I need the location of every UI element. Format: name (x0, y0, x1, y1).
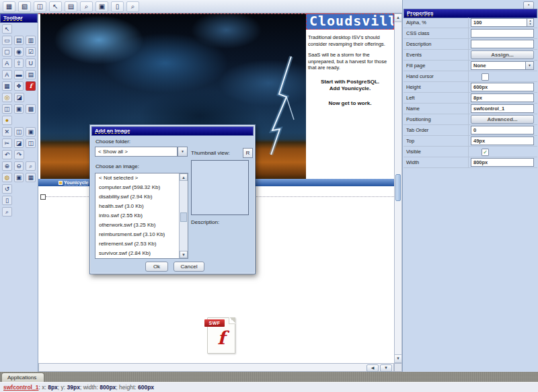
prop-input-left[interactable]: 8px (471, 93, 534, 102)
image-tool-icon[interactable]: ▧ (18, 1, 31, 12)
image-list-item[interactable]: otherwork.swf (3.25 Kb) (95, 221, 188, 230)
image-list-item[interactable]: computer.swf (598.32 Kb) (95, 183, 188, 192)
prop-input-css_class[interactable] (471, 29, 534, 38)
tool-save-layer-icon[interactable]: ▣ (14, 104, 24, 114)
tool-ring-icon[interactable]: ◎ (2, 93, 12, 102)
tool-button-icon[interactable]: ▢ (2, 47, 12, 56)
pointer-page-tool-icon[interactable]: ↖ (49, 1, 62, 12)
tool-magnifier-icon[interactable]: ⌕ (2, 207, 12, 217)
tool-static-text-icon[interactable]: A (2, 70, 12, 79)
vertical-scrollbar[interactable]: ▲ ▼ (394, 13, 402, 363)
tool-copy-page-icon[interactable]: ◪ (14, 139, 24, 148)
tool-save-small-icon[interactable]: ▣ (14, 173, 24, 182)
prop-input-tab_order[interactable]: 0 (471, 126, 534, 134)
list-scroll-down-icon[interactable]: ▼ (180, 251, 188, 258)
tool-copy-icon[interactable]: ◫ (14, 127, 24, 136)
prop-checkbox-hand_cursor[interactable] (482, 73, 489, 81)
stepper-icon[interactable]: ▲▼ (527, 19, 533, 26)
tool-flash-icon[interactable]: f (26, 81, 36, 91)
properties-titlebar[interactable]: Properties (404, 9, 537, 18)
stepper-down-icon[interactable]: ▼ (527, 22, 533, 26)
tool-memo-field-icon[interactable]: ▤ (14, 36, 24, 45)
status-control-link[interactable]: swfcontrol_1 (3, 384, 38, 391)
applications-tab[interactable]: Applications (1, 373, 44, 382)
tool-revert-icon[interactable]: ↺ (2, 184, 12, 194)
tool-textfield-icon[interactable]: ▭ (2, 36, 12, 45)
tool-zoom-icon[interactable]: ⌕ (26, 161, 36, 171)
image-list-item[interactable]: health.swf (3.0 Kb) (95, 202, 188, 211)
tool-grid-icon[interactable]: ▩ (26, 104, 36, 114)
tool-checkbox-icon[interactable]: ☑ (26, 47, 36, 56)
refresh-button[interactable]: R (243, 148, 253, 158)
prop-input-top[interactable]: 49px (471, 136, 534, 145)
prop-button-events[interactable]: Assign... (471, 50, 534, 59)
tool-paste-page-icon[interactable]: ◫ (26, 139, 36, 148)
tool-redo-icon[interactable]: ↷ (14, 150, 24, 159)
tool-paste-icon[interactable]: ▣ (26, 127, 36, 136)
image-list[interactable]: ▲ ▼ < Not selected >computer.swf (598.32… (95, 173, 188, 259)
cancel-button[interactable]: Cancel (174, 262, 204, 272)
prop-select-fill_page[interactable]: None▼ (471, 61, 534, 70)
tool-zoom-in-icon[interactable]: ⊕ (2, 161, 12, 171)
tool-text-label-icon[interactable]: A (2, 58, 12, 68)
selection-handle[interactable] (40, 194, 46, 200)
tool-pointer-icon[interactable]: ↖ (2, 24, 12, 34)
image-list-item[interactable]: reimbursment.swf (3.10 Kb) (95, 230, 188, 239)
tool-zoom-out-icon[interactable]: ⊖ (14, 161, 24, 171)
pages-tool-icon[interactable]: ◫ (34, 1, 46, 12)
image-list-item[interactable]: disability.swf (2.94 Kb) (95, 192, 188, 202)
prop-input-width[interactable]: 800px (471, 158, 534, 167)
dropdown-arrow-icon[interactable]: ▼ (178, 147, 188, 157)
document-tool-icon[interactable]: ▤ (65, 1, 77, 12)
tool-radio-icon[interactable]: ◉ (14, 47, 24, 56)
zoom-tool-icon[interactable]: ⌕ (126, 1, 139, 12)
save-tool-icon[interactable]: ▣ (95, 1, 108, 12)
list-scroll-thumb[interactable] (180, 212, 187, 222)
tool-copy-layer-icon[interactable]: ◫ (2, 104, 12, 114)
horizontal-scrollbar[interactable]: ◀ ▼ (38, 363, 394, 372)
image-list-item[interactable]: intro.swf (2.55 Kb) (95, 211, 188, 221)
table-tool-icon[interactable]: ▦ (3, 1, 15, 12)
tool-note-icon[interactable]: ▤ (26, 70, 36, 79)
prop-input-description[interactable] (471, 40, 534, 48)
scroll-left-icon[interactable]: ◀ (367, 364, 379, 372)
ok-button[interactable]: Ok (145, 262, 168, 272)
prop-checkbox-visible[interactable]: ✓ (482, 149, 489, 156)
trash-tool-icon[interactable]: ▯ (111, 1, 124, 12)
image-list-item[interactable]: survivor.swf (2.84 Kb) (95, 249, 188, 258)
dropdown-arrow-icon[interactable]: ▼ (525, 62, 533, 69)
list-scrollbar[interactable]: ▲ ▼ (179, 173, 188, 258)
scroll-right-icon[interactable]: ▼ (380, 364, 392, 372)
swf-placeholder[interactable]: SWF f (207, 317, 235, 354)
prop-input-alpha[interactable]: 100▲▼ (471, 18, 534, 27)
dialog-titlebar[interactable]: Add an Image (91, 126, 254, 136)
tool-trash-icon[interactable]: ▯ (2, 196, 12, 205)
tool-undo-icon[interactable]: ↶ (2, 150, 12, 159)
prop-input-name[interactable]: swfcontrol_1 (471, 104, 534, 113)
tool-world-save-icon[interactable]: ◍ (2, 173, 12, 182)
tool-scissors-icon[interactable]: ✂ (2, 139, 12, 148)
tool-save-add-icon[interactable]: ▦ (26, 173, 36, 182)
prop-button-positioning[interactable]: Advanced... (471, 115, 534, 124)
list-scroll-up-icon[interactable]: ▲ (180, 173, 188, 181)
page-heading[interactable]: Cloudsville (306, 13, 394, 30)
folder-dropdown[interactable]: < Show all > (95, 147, 178, 157)
tool-image-icon[interactable]: ▦ (2, 81, 12, 91)
prop-input-height[interactable]: 600px (471, 83, 534, 91)
tool-list-field-icon[interactable]: ▥ (26, 36, 36, 45)
palette-titlebar[interactable]: Toolbar (0, 13, 38, 23)
scroll-up-icon[interactable]: ▲ (395, 14, 401, 22)
tool-ruler-icon[interactable]: ▬ (14, 70, 24, 79)
tool-eraser-icon[interactable]: ◪ (14, 93, 24, 102)
page-tab[interactable]: Younicycle (59, 180, 88, 185)
image-list-item[interactable]: < Not selected > (95, 173, 188, 183)
tool-gallery-icon[interactable]: ❖ (14, 81, 24, 91)
tool-link-icon[interactable]: U (26, 58, 36, 68)
search-tool-icon[interactable]: ⌕ (80, 1, 93, 12)
vertical-scroll-thumb[interactable] (395, 174, 401, 201)
scroll-down-icon[interactable]: ▼ (395, 354, 401, 362)
image-list-item[interactable]: retirement.swf (2.53 Kb) (95, 239, 188, 249)
tool-upload-icon[interactable]: ⇧ (14, 58, 24, 68)
tool-cut-icon[interactable]: ✕ (2, 127, 12, 136)
tool-camera-icon[interactable]: ● (2, 116, 12, 125)
